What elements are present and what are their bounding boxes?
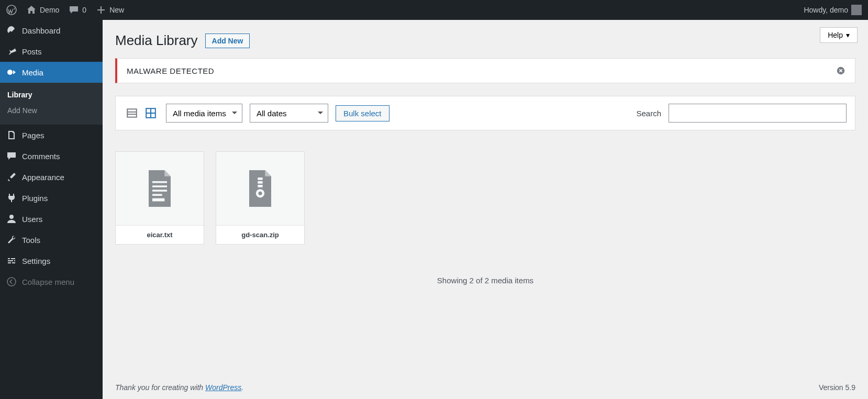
svg-rect-18 <box>258 185 262 187</box>
footer-version: Version 5.9 <box>819 383 855 392</box>
view-grid-button[interactable] <box>143 105 159 121</box>
media-submenu: Library Add New <box>0 83 103 125</box>
notice-dismiss-button[interactable] <box>836 66 845 75</box>
media-thumbnail <box>116 152 204 225</box>
sidebar-item-label: Users <box>22 215 42 224</box>
sidebar-item-settings[interactable]: Settings <box>0 250 103 271</box>
screen-meta: Help ▾ <box>820 27 858 43</box>
filter-type-wrap: All media items <box>166 104 242 123</box>
footer-thanks: Thank you for creating with WordPress. <box>115 383 243 392</box>
notice-text: MALWARE DETECTED <box>127 66 214 75</box>
site-home[interactable]: Demo <box>26 5 59 15</box>
media-filename: gd-scan.zip <box>216 225 304 244</box>
admin-footer: Thank you for creating with WordPress. V… <box>115 374 855 399</box>
svg-rect-11 <box>152 181 167 183</box>
help-label: Help <box>828 31 843 39</box>
comments-link[interactable]: 0 <box>69 5 86 15</box>
list-icon <box>126 107 138 119</box>
howdy-link[interactable]: Howdy, demo <box>804 5 862 15</box>
page-header: Media Library Add New <box>115 20 855 58</box>
help-toggle[interactable]: Help ▾ <box>820 27 858 43</box>
sidebar-item-label: Comments <box>22 152 60 161</box>
submenu-item-library[interactable]: Library <box>0 87 103 103</box>
plug-icon <box>6 193 17 203</box>
dashboard-icon <box>6 25 17 36</box>
media-thumbnail <box>216 152 304 225</box>
bulk-select-button[interactable]: Bulk select <box>336 105 390 121</box>
page-icon <box>6 130 17 140</box>
sidebar-item-plugins[interactable]: Plugins <box>0 187 103 208</box>
admin-sidebar: Dashboard Posts Media Library Add New Pa… <box>0 20 103 399</box>
media-grid: eicar.txt gd-scan.zip <box>115 151 855 245</box>
filter-date-wrap: All dates <box>250 104 328 123</box>
filter-type-select[interactable]: All media items <box>166 104 242 123</box>
svg-point-2 <box>9 215 14 219</box>
grid-icon <box>145 107 157 119</box>
sidebar-item-users[interactable]: Users <box>0 208 103 229</box>
media-icon <box>6 67 17 77</box>
admin-bar-left: Demo 0 New <box>6 5 124 15</box>
admin-bar-right: Howdy, demo <box>804 5 862 15</box>
admin-bar: Demo 0 New Howdy, demo <box>0 0 868 20</box>
svg-rect-12 <box>152 185 167 187</box>
media-item[interactable]: eicar.txt <box>115 151 204 245</box>
media-item[interactable]: gd-scan.zip <box>216 151 305 245</box>
site-name: Demo <box>40 6 59 14</box>
page-title: Media Library <box>115 32 198 49</box>
svg-rect-15 <box>152 198 164 202</box>
svg-point-3 <box>7 278 16 286</box>
sidebar-item-label: Collapse menu <box>22 278 74 286</box>
plus-icon <box>96 5 106 15</box>
add-new-button[interactable]: Add New <box>205 34 250 48</box>
chevron-down-icon: ▾ <box>846 31 850 39</box>
sidebar-item-tools[interactable]: Tools <box>0 229 103 250</box>
search-input[interactable] <box>669 104 847 123</box>
sidebar-item-label: Dashboard <box>22 26 60 35</box>
svg-point-1 <box>7 70 13 75</box>
sidebar-item-label: Tools <box>22 236 40 245</box>
sliders-icon <box>6 256 17 266</box>
document-icon <box>145 170 174 207</box>
sidebar-item-label: Posts <box>22 47 42 56</box>
home-icon <box>26 5 37 15</box>
svg-rect-14 <box>152 194 162 196</box>
sidebar-item-label: Appearance <box>22 173 64 182</box>
sidebar-item-media[interactable]: Media <box>0 62 103 83</box>
submenu-item-add-new[interactable]: Add New <box>0 103 103 118</box>
showing-count: Showing 2 of 2 media items <box>115 276 855 285</box>
footer-thanks-prefix: Thank you for creating with <box>115 383 205 392</box>
sidebar-collapse[interactable]: Collapse menu <box>0 271 103 292</box>
comments-count: 0 <box>82 6 86 14</box>
search-label: Search <box>636 109 661 118</box>
notice-error: MALWARE DETECTED <box>115 58 855 83</box>
new-label: New <box>109 6 124 14</box>
sidebar-item-appearance[interactable]: Appearance <box>0 167 103 187</box>
wordpress-icon <box>6 5 17 15</box>
wrench-icon <box>6 235 17 245</box>
brush-icon <box>6 172 17 182</box>
sidebar-item-dashboard[interactable]: Dashboard <box>0 20 103 41</box>
comment-icon <box>6 151 17 161</box>
footer-thanks-suffix: . <box>241 383 243 392</box>
sidebar-item-label: Media <box>22 68 43 77</box>
svg-rect-5 <box>127 109 137 117</box>
sidebar-item-comments[interactable]: Comments <box>0 146 103 167</box>
user-icon <box>6 214 17 224</box>
svg-rect-17 <box>258 181 262 184</box>
filter-date-select[interactable]: All dates <box>250 104 328 123</box>
howdy-text: Howdy, demo <box>804 6 848 14</box>
svg-point-20 <box>259 192 262 195</box>
svg-rect-13 <box>152 190 167 192</box>
media-toolbar: All media items All dates Bulk select Se… <box>115 96 855 130</box>
wordpress-link[interactable]: WordPress <box>205 383 241 392</box>
view-toggle <box>124 105 159 121</box>
sidebar-item-posts[interactable]: Posts <box>0 41 103 62</box>
media-filename: eicar.txt <box>116 225 204 244</box>
wp-logo[interactable] <box>6 5 17 15</box>
sidebar-item-label: Pages <box>22 131 44 140</box>
content-area: Help ▾ Media Library Add New MALWARE DET… <box>103 20 868 399</box>
view-list-button[interactable] <box>124 105 140 121</box>
new-link[interactable]: New <box>96 5 124 15</box>
comment-icon <box>69 5 79 15</box>
sidebar-item-pages[interactable]: Pages <box>0 125 103 146</box>
